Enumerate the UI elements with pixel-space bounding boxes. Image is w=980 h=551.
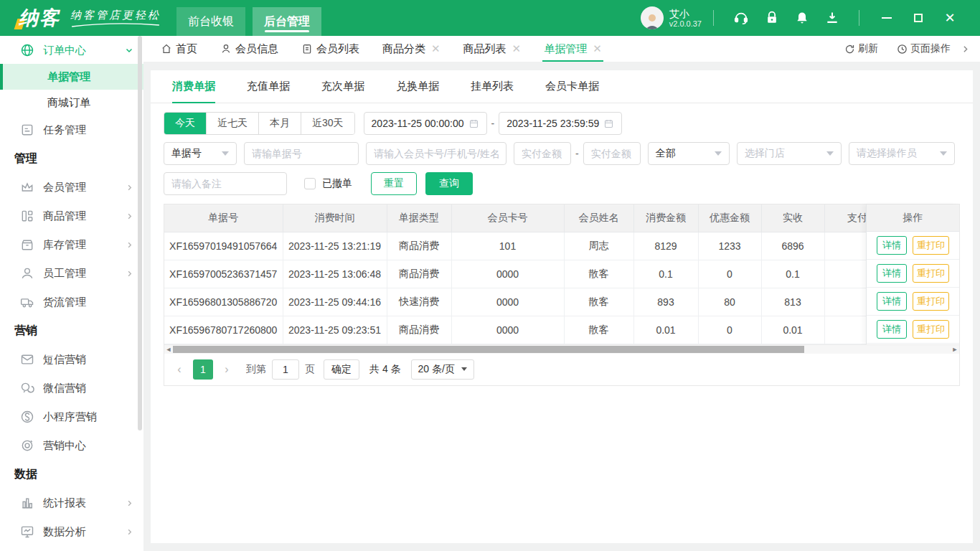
range-today-button[interactable]: 今天 <box>164 113 206 134</box>
revoked-checkbox[interactable] <box>304 178 316 189</box>
col-member-name: 会员姓名 <box>564 204 633 232</box>
reprint-button[interactable]: 重打印 <box>913 320 949 339</box>
store-select[interactable]: 选择门店 <box>737 142 842 165</box>
sidebar-item-data-analysis[interactable]: 数据分析 <box>0 517 143 546</box>
sidebar-item-sms-marketing[interactable]: 短信营销 <box>0 345 143 374</box>
next-page-button[interactable]: › <box>217 363 236 376</box>
subtab-member-card-docs[interactable]: 会员卡单据 <box>545 70 599 103</box>
notifications-bell-icon[interactable] <box>795 11 809 25</box>
page-tab-goods-list[interactable]: 商品列表 ✕ <box>463 36 522 62</box>
operator-select[interactable]: 请选择操作员 <box>849 142 955 165</box>
amount-min-field[interactable] <box>514 142 571 165</box>
truck-icon <box>20 295 34 309</box>
subtab-recharge-docs[interactable]: 充值单据 <box>247 70 290 103</box>
lock-icon[interactable] <box>765 11 779 25</box>
reset-button[interactable]: 重置 <box>371 172 417 195</box>
table-row[interactable]: XF165968013058867202023-11-25 09:44:16快速… <box>164 288 910 316</box>
close-tab-icon[interactable]: ✕ <box>431 42 440 55</box>
member-search-input[interactable] <box>374 148 499 159</box>
sidebar-item-goods-mgmt[interactable]: 商品管理 <box>0 202 143 230</box>
remark-input[interactable] <box>171 178 279 189</box>
page-tab-member-info[interactable]: 会员信息 <box>220 36 278 62</box>
prev-page-button[interactable]: ‹ <box>170 363 189 376</box>
date-from-picker[interactable]: 2023-11-25 00:00:00 <box>364 112 487 135</box>
subtab-times-docs[interactable]: 充次单据 <box>321 70 364 103</box>
sidebar-item-member-mgmt[interactable]: 会员管理 <box>0 173 143 202</box>
page-operations-button[interactable]: 页面操作 <box>897 42 951 55</box>
range-30days-button[interactable]: 近30天 <box>301 113 354 134</box>
caret-down-icon <box>940 151 947 156</box>
avatar-person-icon <box>643 12 661 29</box>
search-button[interactable]: 查询 <box>425 172 473 195</box>
reprint-button[interactable]: 重打印 <box>913 264 949 283</box>
avatar[interactable] <box>641 6 664 29</box>
range-month-button[interactable]: 本月 <box>258 113 301 134</box>
scrollbar-thumb[interactable] <box>173 346 804 353</box>
sidebar-item-statistics-reports[interactable]: 统计报表 <box>0 489 143 517</box>
page-tab-order-docs[interactable]: 单据管理 ✕ <box>544 36 602 62</box>
sidebar-item-order-center[interactable]: 订单中心 <box>0 37 143 64</box>
subtab-consume-docs[interactable]: 消费单据 <box>172 70 215 103</box>
amount-separator: - <box>575 148 579 159</box>
goto-confirm-button[interactable]: 确定 <box>324 359 359 380</box>
table-row[interactable]: XF165967807172608002023-11-25 09:23:51商品… <box>164 316 910 344</box>
page-tab-home[interactable]: 首页 <box>161 36 197 62</box>
goto-prefix-label: 到第 <box>246 363 266 376</box>
sidebar-item-logistics-mgmt[interactable]: 货流管理 <box>0 288 143 316</box>
page-tab-goods-category[interactable]: 商品分类 ✕ <box>382 36 440 62</box>
pagination-bar: ‹ 1 › 到第 页 确定 共 4 条 20 条/页 <box>164 354 959 385</box>
detail-button[interactable]: 详情 <box>877 264 907 283</box>
reprint-button[interactable]: 重打印 <box>913 292 949 311</box>
member-search-field[interactable] <box>366 142 507 165</box>
sidebar-scrollbar[interactable] <box>138 36 142 430</box>
amount-max-field[interactable] <box>583 142 641 165</box>
subtab-pending-list[interactable]: 挂单列表 <box>471 70 514 103</box>
chevron-right-icon <box>126 212 133 220</box>
amount-max-input[interactable] <box>591 148 633 159</box>
close-button[interactable]: ✕ <box>943 11 956 24</box>
page-tab-member-list[interactable]: 会员列表 <box>301 36 359 62</box>
current-page-button[interactable]: 1 <box>193 359 213 380</box>
scroll-left-arrow-icon[interactable]: ◄ <box>164 345 173 354</box>
remark-field[interactable] <box>164 172 287 195</box>
sidebar-item-order-docs[interactable]: 单据管理 <box>0 64 143 90</box>
doc-no-type-select[interactable]: 单据号 <box>164 142 237 165</box>
amount-min-input[interactable] <box>522 148 563 159</box>
status-select[interactable]: 全部 <box>648 142 730 165</box>
sidebar-item-staff-mgmt[interactable]: 员工管理 <box>0 259 143 288</box>
close-tab-icon[interactable]: ✕ <box>512 42 522 55</box>
horizontal-scrollbar[interactable]: ◄ ► <box>164 344 959 354</box>
detail-button[interactable]: 详情 <box>877 320 907 339</box>
divider <box>859 10 859 26</box>
goto-page-input[interactable] <box>272 359 299 380</box>
page-size-select[interactable]: 20 条/页 <box>411 359 474 380</box>
customer-service-icon[interactable] <box>733 10 749 26</box>
sidebar-item-mall-orders[interactable]: 商城订单 <box>0 90 143 116</box>
sidebar-item-task-mgmt[interactable]: 任务管理 <box>0 116 143 144</box>
date-to-picker[interactable]: 2023-11-25 23:59:59 <box>499 112 622 135</box>
tab-front-cashier[interactable]: 前台收银 <box>176 7 245 36</box>
detail-button[interactable]: 详情 <box>877 236 907 255</box>
detail-button[interactable]: 详情 <box>877 292 907 311</box>
reprint-button[interactable]: 重打印 <box>913 236 949 255</box>
doc-no-input[interactable] <box>252 148 351 159</box>
table-row[interactable]: XF165970052363714572023-11-25 13:06:48商品… <box>164 260 910 288</box>
scroll-right-arrow-icon[interactable]: ► <box>951 345 959 354</box>
caret-down-icon <box>222 151 229 156</box>
maximize-button[interactable] <box>912 11 925 24</box>
doc-no-field[interactable] <box>244 142 359 165</box>
sidebar-item-inventory-mgmt[interactable]: 库存管理 <box>0 230 143 259</box>
tab-back-admin[interactable]: 后台管理 <box>253 7 321 36</box>
col-consume-time: 消费时间 <box>283 204 387 232</box>
range-7days-button[interactable]: 近七天 <box>206 113 258 134</box>
download-icon[interactable] <box>825 11 839 25</box>
refresh-button[interactable]: 刷新 <box>844 42 878 55</box>
sidebar-item-marketing-center[interactable]: 营销中心 <box>0 431 143 460</box>
close-tab-icon[interactable]: ✕ <box>593 42 602 55</box>
minimize-button[interactable] <box>880 11 893 24</box>
chevron-right-icon[interactable] <box>961 44 970 54</box>
table-row[interactable]: XF165970194910576642023-11-25 13:21:19商品… <box>164 232 910 260</box>
sidebar-item-wechat-marketing[interactable]: 微信营销 <box>0 374 143 402</box>
subtab-exchange-docs[interactable]: 兑换单据 <box>396 70 439 103</box>
sidebar-item-miniapp-marketing[interactable]: 小程序营销 <box>0 402 143 431</box>
